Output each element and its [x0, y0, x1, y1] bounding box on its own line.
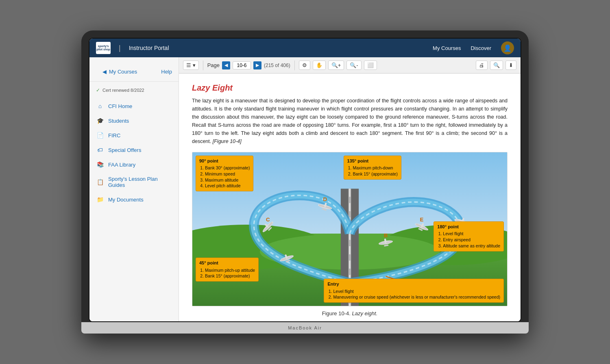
sidebar-item-cfi-home[interactable]: ⌂ CFI Home [89, 99, 179, 113]
top-nav-bar: sporty'spilot shop | Instructor Portal M… [89, 39, 521, 57]
body-end: [Figure 10-4] [213, 139, 242, 144]
document-title: Lazy Eight [192, 83, 508, 93]
laptop-screen: sporty'spilot shop | Instructor Portal M… [89, 38, 521, 322]
callout-90: 90° point Bank 30° (approximate) Minimum… [196, 156, 253, 191]
logo-area: sporty'spilot shop | Instructor Portal [96, 42, 169, 54]
toolbar-separator-2 [294, 61, 295, 70]
special-offers-label: Special Offers [108, 147, 141, 153]
pan-button[interactable]: ✋ [313, 61, 326, 70]
callout-135: 135° point Maximum pitch-down Bank 15° (… [344, 156, 401, 180]
portal-title: Instructor Portal [129, 45, 169, 51]
page-prev-button[interactable]: ◀ [222, 61, 230, 69]
laptop-bottom: MacBook Air [81, 322, 529, 334]
back-to-courses[interactable]: ◀ My Courses [96, 65, 144, 78]
callout-45: 45° point Maximum pitch-up attitude Bank… [196, 258, 259, 282]
main-area: ◀ My Courses Help ✓ Cert renewed 8/2022 … [89, 57, 521, 321]
students-label: Students [108, 118, 129, 124]
figure-caption-label: Figure 10-4. [322, 310, 351, 316]
sidebar-item-faa-library[interactable]: 📚 FAA Library [89, 157, 179, 172]
callout-180-title: 180° point [437, 224, 500, 230]
lazy-eight-diagram: A [192, 152, 508, 306]
callout-180: 180° point Level flight Entry airspeed A… [434, 221, 504, 251]
discover-link[interactable]: Discover [471, 45, 491, 51]
svg-text:D: D [323, 196, 327, 202]
callout-135-title: 135° point [347, 158, 398, 164]
special-offers-icon: 🏷 [96, 147, 104, 153]
callout-45-title: 45° point [199, 260, 255, 266]
sidebar-item-lesson-plans[interactable]: 📋 Sporty's Lesson Plan Guides [89, 172, 179, 192]
cert-notice-text: Cert renewed 8/2022 [102, 88, 144, 93]
nav-divider: | [119, 44, 121, 52]
firc-label: FIRC [108, 132, 120, 139]
page-label: Page [207, 62, 220, 68]
toolbar-separator-1 [203, 61, 203, 70]
page-total: (215 of 406) [264, 63, 290, 68]
list-view-button[interactable]: ☰ ▾ [183, 61, 199, 70]
document-body: The lazy eight is a maneuver that is des… [192, 97, 508, 145]
callout-90-title: 90° point [199, 158, 250, 164]
zoom-out-button[interactable]: 🔍- [346, 61, 361, 70]
page-next-button[interactable]: ▶ [253, 61, 261, 69]
callout-entry-list: Level flight Maneuvering or cruise speed… [327, 288, 500, 300]
figure-caption: Figure 10-4. Lazy eight. [192, 310, 508, 316]
print-button[interactable]: 🖨 [476, 61, 488, 70]
sidebar-item-my-documents[interactable]: 📁 My Documents [89, 192, 179, 207]
callout-180-list: Level flight Entry airspeed Altitude sam… [437, 231, 500, 249]
sporty-logo: sporty'spilot shop [96, 42, 111, 54]
body-text: The lazy eight is a maneuver that is des… [192, 98, 508, 144]
check-icon: ✓ [96, 87, 100, 93]
callout-90-list: Bank 30° (approximate) Minimum speed Max… [199, 165, 250, 189]
firc-icon: 📄 [96, 132, 104, 139]
lesson-plans-icon: 📋 [96, 179, 104, 185]
zoom-in-button[interactable]: 🔍+ [328, 61, 344, 70]
callout-entry: Entry Level flight Maneuvering or cruise… [324, 279, 504, 303]
callout-entry-title: Entry [327, 281, 500, 287]
svg-text:E: E [420, 217, 423, 223]
sidebar-back-row: ◀ My Courses Help [89, 62, 179, 82]
callout-135-list: Maximum pitch-down Bank 15° (approximate… [347, 165, 398, 177]
lesson-plans-label: Sporty's Lesson Plan Guides [108, 176, 172, 188]
cfi-home-label: CFI Home [108, 103, 132, 109]
cert-notice: ✓ Cert renewed 8/2022 [89, 85, 179, 95]
callout-45-list: Maximum pitch-up attitude Bank 15° (appr… [199, 267, 255, 279]
svg-text:C: C [266, 217, 270, 223]
user-avatar[interactable]: 👤 [501, 41, 514, 54]
sidebar: ◀ My Courses Help ✓ Cert renewed 8/2022 … [89, 57, 179, 321]
tablet-view-button[interactable]: ⬜ [364, 61, 377, 70]
sidebar-item-special-offers[interactable]: 🏷 Special Offers [89, 143, 179, 157]
laptop-brand-label: MacBook Air [288, 325, 322, 330]
svg-text:B: B [384, 232, 388, 238]
top-nav-right: My Courses Discover 👤 [433, 41, 514, 54]
download-button[interactable]: ⬇ [505, 61, 516, 70]
faa-library-icon: 📚 [96, 161, 104, 168]
search-button[interactable]: 🔍 [490, 61, 503, 70]
home-icon: ⌂ [96, 103, 104, 109]
document-content: Lazy Eight The lazy eight is a maneuver … [179, 74, 521, 321]
sidebar-item-students[interactable]: 🎓 Students [89, 113, 179, 128]
laptop-frame: sporty'spilot shop | Instructor Portal M… [81, 30, 529, 334]
settings-button[interactable]: ⚙ [299, 61, 310, 70]
my-documents-icon: 📁 [96, 196, 104, 203]
toolbar: ☰ ▾ Page ◀ ▶ (215 of 406) ⚙ ✋ 🔍+ 🔍- ⬜ 🖨 … [179, 57, 521, 74]
content-area: ☰ ▾ Page ◀ ▶ (215 of 406) ⚙ ✋ 🔍+ 🔍- ⬜ 🖨 … [179, 57, 521, 321]
my-courses-link[interactable]: My Courses [433, 45, 461, 51]
students-icon: 🎓 [96, 117, 104, 124]
sidebar-item-firc[interactable]: 📄 FIRC [89, 128, 179, 143]
faa-library-label: FAA Library [108, 162, 135, 168]
back-label: My Courses [109, 69, 137, 75]
page-input[interactable] [233, 61, 251, 69]
help-link[interactable]: Help [161, 69, 172, 75]
back-arrow-icon: ◀ [102, 69, 107, 75]
my-documents-label: My Documents [108, 197, 144, 203]
figure-caption-italic: Lazy eight. [352, 310, 377, 316]
